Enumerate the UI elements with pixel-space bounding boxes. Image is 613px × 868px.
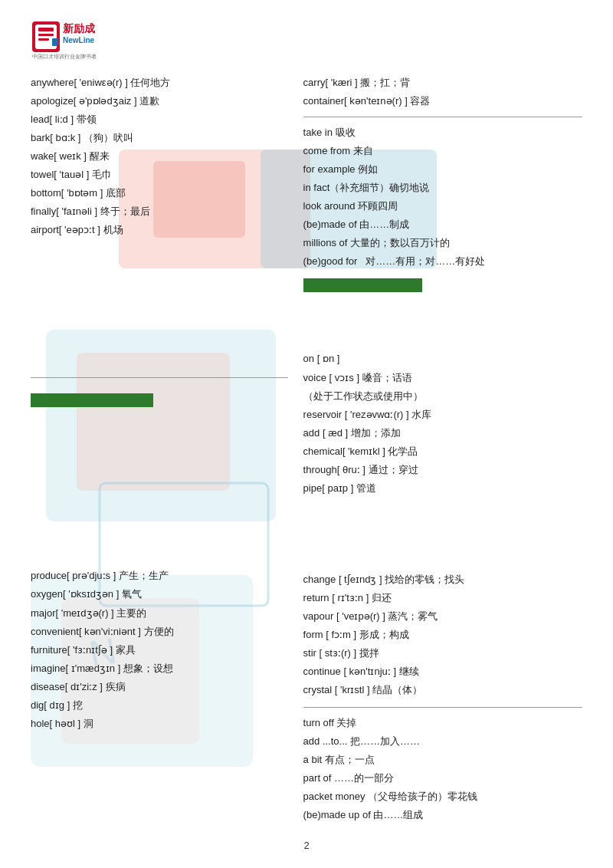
- word: turn off: [303, 717, 334, 728]
- word: for example: [303, 163, 356, 175]
- meaning: 底部: [106, 187, 126, 199]
- vocab-entry: millions of 大量的；数以百万计的: [303, 234, 582, 252]
- vocab-entry: on [ ɒn ]: [303, 350, 582, 368]
- svg-rect-12: [38, 34, 54, 36]
- vocab-entry: part of ……的一部分: [303, 769, 582, 787]
- word: a bit: [303, 754, 323, 765]
- green-bar-right-1: [303, 278, 422, 292]
- word: bark: [31, 132, 50, 143]
- vocab-entry: (be)good for 对……有用；对……有好处: [303, 252, 582, 271]
- vocab-entry: through[ θruː ] 通过；穿过: [303, 461, 582, 479]
- vocab-entry: bark[ bɑːk ] （狗）吠叫: [31, 129, 288, 147]
- vocab-entry: dig[ dɪg ] 挖: [31, 696, 288, 715]
- vocab-entry: take in 吸收: [303, 123, 582, 142]
- vocab-entry: wake[ weɪk ] 醒来: [31, 147, 288, 166]
- phonetic: [ 'eəpɔːt ]: [59, 224, 100, 235]
- vocab-entry: in fact（补充细节）确切地说: [303, 179, 582, 197]
- vocab-entry: bottom[ 'bɒtəm ] 底部: [31, 184, 288, 202]
- meaning: 管道: [356, 482, 376, 494]
- word: hole: [31, 718, 50, 729]
- meaning: 由……制成: [357, 219, 410, 230]
- phonetic: [ vɔɪs ]: [329, 372, 359, 383]
- vocab-block-right-5: turn off 关掉 add ...to... 把……加入…… a bit 有…: [303, 714, 582, 824]
- vocab-entry: turn off 关掉: [303, 714, 582, 732]
- logo-icon: 新励成 NewLine 中国口才培训行业金牌书者: [31, 15, 96, 60]
- meaning: 任何地方: [130, 77, 170, 88]
- word: airport: [31, 224, 59, 235]
- vocab-block-right-4: change [ tʃeɪndʒ ] 找给的零钱；找头 return [ rɪ'…: [303, 570, 582, 699]
- main-content: anywhere[ 'eniwεə(r) ] 任何地方 apologize[ ə…: [31, 74, 582, 824]
- meaning: （处于工作状态或使用中）: [303, 390, 423, 402]
- vocab-entry: vapour [ 'veɪpə(r) ] 蒸汽；雾气: [303, 607, 582, 626]
- svg-rect-14: [52, 38, 58, 46]
- vocab-entry: furniture[ 'fɜːnɪtʃə ] 家具: [31, 641, 288, 659]
- meaning: 挖: [73, 699, 83, 711]
- vocab-entry: crystal [ 'krɪstl ] 结晶（体）: [303, 681, 582, 699]
- meaning: 例如: [356, 163, 379, 175]
- meaning: 对……有用；对……有好处: [357, 255, 485, 267]
- meaning: （狗）吠叫: [84, 132, 133, 143]
- vocab-entry: chemical[ 'kemɪkl ] 化学品: [303, 442, 582, 461]
- word: major: [31, 607, 56, 619]
- meaning: 有点；一点: [325, 754, 375, 765]
- vocab-block-right-3: on [ ɒn ] voice [ vɔɪs ] 嗓音；话语 （处于工作状态或使…: [303, 350, 582, 497]
- phonetic: [ 'veɪpə(r) ]: [336, 610, 385, 622]
- word: return: [303, 592, 329, 603]
- word: reservoir: [303, 409, 343, 420]
- word: vapour: [303, 610, 334, 622]
- vocab-block-right-2: take in 吸收 come from 来自 for example 例如 i…: [303, 123, 582, 271]
- vocab-entry: finally[ 'faɪnəli ] 终于；最后: [31, 202, 288, 221]
- phonetic: [ 'kæri ]: [325, 77, 357, 88]
- phonetic: [ dɪg ]: [44, 699, 70, 711]
- phonetic: （补充细节）: [329, 182, 389, 193]
- phonetic: [ dɪ'ziːz ]: [65, 681, 103, 692]
- spacer-right: [303, 300, 582, 350]
- word: carry: [303, 77, 326, 88]
- word: chemical: [303, 446, 343, 457]
- meaning: 疾病: [106, 681, 126, 692]
- word: anywhere: [31, 77, 74, 88]
- vocab-entry: major[ 'meɪdʒə(r) ] 主要的: [31, 604, 288, 623]
- meaning: 机场: [103, 224, 123, 235]
- phonetic: [ kən'tɪnjuː ]: [343, 666, 396, 677]
- meaning: 关掉: [336, 717, 356, 728]
- phonetic: [ prə'djuːs ]: [67, 570, 116, 581]
- vocab-entry: carry[ 'kæri ] 搬；扛；背: [303, 74, 582, 92]
- word: in fact: [303, 182, 330, 193]
- divider-left-1: [31, 377, 288, 378]
- meaning: 化学品: [388, 446, 418, 457]
- word: look around: [303, 200, 356, 212]
- meaning: 方便的: [144, 626, 174, 637]
- word: part of: [303, 772, 332, 784]
- phonetic: [ stɜː(r) ]: [320, 647, 357, 659]
- vocab-entry: for example 例如: [303, 160, 582, 179]
- meaning: 把……加入……: [350, 735, 420, 747]
- meaning: 增加；添加: [351, 427, 401, 439]
- word: millions of: [303, 237, 348, 248]
- word: furniture: [31, 644, 67, 656]
- meaning: 环顾四周: [356, 200, 398, 212]
- phonetic: [ həʊl ]: [50, 718, 81, 729]
- meaning: 来自: [350, 145, 373, 156]
- right-column: carry[ 'kæri ] 搬；扛；背 container[ kən'teɪn…: [296, 74, 582, 824]
- word: (be)good for: [303, 255, 358, 267]
- phonetic: [ 'meɪdʒə(r) ]: [56, 607, 114, 619]
- meaning: 由……组成: [373, 809, 423, 820]
- vocab-entry: add [ æd ] 增加；添加: [303, 424, 582, 442]
- word: add: [303, 427, 320, 439]
- vocab-entry: anywhere[ 'eniwεə(r) ] 任何地方: [31, 74, 288, 92]
- word: come from: [303, 145, 350, 156]
- vocab-entry: change [ tʃeɪndʒ ] 找给的零钱；找头: [303, 570, 582, 589]
- phonetic: [ ə'pɒlədʒaiz ]: [74, 95, 137, 107]
- vocab-entry: airport[ 'eəpɔːt ] 机场: [31, 221, 288, 239]
- phonetic: [ paɪp ]: [322, 482, 353, 494]
- svg-text:中国口才培训行业金牌书者: 中国口才培训行业金牌书者: [32, 54, 96, 59]
- vocab-entry: apologize[ ə'pɒlədʒaiz ] 道歉: [31, 92, 288, 110]
- meaning: 家具: [116, 644, 136, 656]
- word: apologize: [31, 95, 74, 107]
- phonetic: [ ɒn ]: [317, 353, 340, 364]
- phonetic: [ 'faɪnəli ]: [56, 205, 97, 217]
- vocab-entry: look around 环顾四周: [303, 197, 582, 215]
- meaning: 产生；生产: [119, 570, 169, 581]
- page: N 新励成 NewLine 中国口才培训行业金牌书者: [0, 0, 613, 868]
